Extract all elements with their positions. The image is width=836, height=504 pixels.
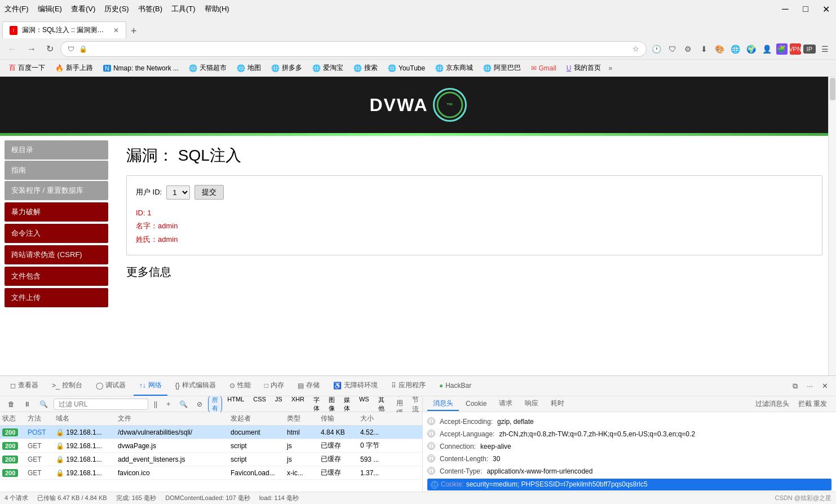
dt-tab-hackbar[interactable]: ● HackBar — [434, 376, 477, 396]
sidebar-item-setup[interactable]: 安装程序 / 重置数据库 — [5, 181, 108, 200]
sync-icon[interactable]: ⚙ — [682, 42, 695, 56]
clear-network-button[interactable]: 🗑 — [5, 399, 18, 409]
sidebar-item-home[interactable]: 根目录 — [5, 140, 108, 160]
bookmark-map[interactable]: 🌐 地图 — [232, 61, 266, 74]
bookmark-taobao[interactable]: 🌐 爱淘宝 — [308, 61, 348, 74]
undock-button[interactable]: ⧉ — [789, 380, 801, 392]
dt-tab-style-editor[interactable]: {} 样式编辑器 — [170, 376, 222, 396]
headers-tab-cookie[interactable]: Cookie — [460, 398, 492, 410]
minimize-button[interactable]: ─ — [780, 4, 791, 15]
bookmark-youtube[interactable]: 🌐 YouTube — [383, 63, 430, 74]
url-input[interactable]: 192.168.171.1/dvwa/vulnerabilities/sqli/… — [92, 45, 628, 53]
bookmark-pinduoduo[interactable]: 🌐 拼多多 — [267, 61, 307, 74]
filter-css[interactable]: CSS — [249, 396, 270, 414]
intercept-resend-button[interactable]: 拦截 重发 — [794, 398, 831, 410]
bookmark-nmap[interactable]: N Nmap: the Network ... — [99, 63, 183, 74]
history-icon[interactable]: 🕐 — [650, 42, 664, 56]
headers-tab-timing[interactable]: 耗时 — [545, 397, 570, 411]
headers-tab-response[interactable]: 响应 — [519, 397, 544, 411]
more-bookmarks-button[interactable]: » — [607, 63, 615, 74]
filter-icon[interactable]: 🔍 — [36, 399, 51, 409]
sidebar-item-file-upload[interactable]: 文件上传 — [5, 288, 108, 307]
dt-tab-inspector[interactable]: ◻ 查看器 — [5, 376, 44, 396]
bookmark-tmall[interactable]: 🌐 天猫超市 — [184, 61, 231, 74]
scrollbar-thumb[interactable] — [830, 78, 835, 100]
active-tab[interactable]: ! 漏洞：SQL注入 :: 漏洞测试We... ✕ — [2, 21, 126, 38]
menu-file[interactable]: 文件(F) — [5, 4, 29, 14]
filter-fonts[interactable]: 字体 — [309, 396, 324, 414]
search-network-button[interactable]: || — [151, 399, 161, 409]
reload-button[interactable]: ↻ — [43, 41, 57, 56]
zoom-button[interactable]: 🔍 — [176, 399, 191, 409]
globe-icon[interactable]: 🌐 — [729, 42, 742, 56]
submit-button[interactable]: 提交 — [194, 185, 224, 200]
network-row[interactable]: 200 GET 🔒 192.168.1... dvwaPage.js scrip… — [0, 439, 422, 453]
menu-bookmarks[interactable]: 书签(B) — [138, 4, 162, 14]
bookmark-search[interactable]: 🌐 搜索 — [349, 61, 382, 74]
block-button[interactable]: ⊘ — [193, 399, 206, 409]
maximize-button[interactable]: □ — [800, 4, 811, 15]
bookmark-jd[interactable]: 🌐 京东商城 — [431, 61, 477, 74]
pause-button[interactable]: ⏸ — [20, 399, 34, 409]
filter-url-input[interactable] — [54, 399, 148, 410]
sidebar-item-file-include[interactable]: 文件包含 — [5, 267, 108, 286]
new-tab-button[interactable]: + — [126, 25, 141, 37]
filter-ws[interactable]: WS — [355, 396, 373, 414]
filter-media[interactable]: 媒体 — [340, 396, 354, 414]
dt-tab-performance[interactable]: ⊙ 性能 — [224, 376, 256, 396]
menu-history[interactable]: 历史(S) — [104, 4, 129, 14]
bookmark-label: 百度一下 — [18, 63, 45, 73]
filter-js[interactable]: JS — [271, 396, 286, 414]
filter-headers-button[interactable]: 过滤消息头 — [752, 398, 793, 410]
bookmark-star-icon[interactable]: ☆ — [632, 45, 639, 53]
menu-icon[interactable]: ☰ — [818, 42, 831, 56]
sidebar-item-csrf[interactable]: 跨站请求伪造 (CSRF) — [5, 245, 108, 264]
network-row[interactable]: 200 GET 🔒 192.168.1... add_event_listene… — [0, 453, 422, 466]
bookmark-newbie[interactable]: 🔥 新手上路 — [51, 61, 98, 74]
filter-images[interactable]: 图像 — [325, 396, 339, 414]
more-options-button[interactable]: ··· — [803, 380, 816, 392]
tab-close-button[interactable]: ✕ — [113, 26, 119, 34]
back-button[interactable]: ← — [5, 42, 20, 56]
add-button[interactable]: + — [163, 399, 174, 409]
dt-tab-application[interactable]: ⠿ 应用程序 — [386, 376, 431, 396]
ext-puzzle-icon[interactable]: 🧩 — [776, 43, 788, 55]
menu-edit[interactable]: 编辑(E) — [38, 4, 62, 14]
dt-tab-debugger[interactable]: ◯ 调试器 — [90, 376, 131, 396]
network-row[interactable]: 200 GET 🔒 192.168.1... favicon.ico Favic… — [0, 466, 422, 480]
headers-tab-messages[interactable]: 消息头 — [427, 397, 459, 411]
dt-tab-memory[interactable]: □ 内存 — [259, 376, 290, 396]
headers-tab-request[interactable]: 请求 — [493, 397, 518, 411]
filter-all[interactable]: 所有 — [208, 396, 222, 414]
network-row[interactable]: 200 POST 🔒 192.168.1... /dvwa/vulnerabil… — [0, 426, 422, 439]
menu-view[interactable]: 查看(V) — [71, 4, 95, 14]
dt-tab-console[interactable]: >_ 控制台 — [46, 376, 88, 396]
filter-html[interactable]: HTML — [223, 396, 248, 414]
bookmark-alibaba[interactable]: 🌐 阿里巴巴 — [479, 61, 525, 74]
menu-help[interactable]: 帮助(H) — [205, 4, 229, 14]
dt-tab-accessibility[interactable]: ♿ 无障碍环境 — [328, 376, 383, 396]
download-icon[interactable]: ⬇ — [697, 42, 711, 56]
sidebar-item-guide[interactable]: 指南 — [5, 161, 108, 180]
forward-button[interactable]: → — [24, 42, 39, 56]
dt-tab-storage[interactable]: ▤ 存储 — [292, 376, 325, 396]
ext-vpn-icon[interactable]: VPN — [790, 43, 801, 55]
menu-tools[interactable]: 工具(T) — [171, 4, 196, 14]
filter-other[interactable]: 其他 — [374, 396, 388, 414]
close-button[interactable]: ✕ — [820, 4, 831, 15]
bookmark-homepage[interactable]: U 我的首页 — [562, 61, 605, 74]
bookmark-baidu[interactable]: 百 百度一下 — [5, 61, 50, 74]
dt-tab-network[interactable]: ↑↓ 网络 — [134, 376, 167, 396]
close-devtools-button[interactable]: ✕ — [819, 380, 831, 392]
theme-icon[interactable]: 🎨 — [713, 42, 727, 56]
profile-icon[interactable]: 👤 — [760, 42, 774, 56]
translate-icon[interactable]: 🌍 — [745, 42, 758, 56]
user-id-select[interactable]: 1 2 3 4 5 — [166, 185, 190, 200]
ip-button[interactable]: IP — [803, 45, 816, 54]
browser-scrollbar[interactable] — [828, 77, 836, 375]
sidebar-item-brute[interactable]: 暴力破解 — [5, 202, 108, 222]
shield-icon[interactable]: 🛡 — [666, 42, 679, 56]
filter-xhr[interactable]: XHR — [287, 396, 308, 414]
sidebar-item-command[interactable]: 命令注入 — [5, 224, 108, 243]
bookmark-gmail[interactable]: ✉ Gmail — [527, 63, 561, 74]
